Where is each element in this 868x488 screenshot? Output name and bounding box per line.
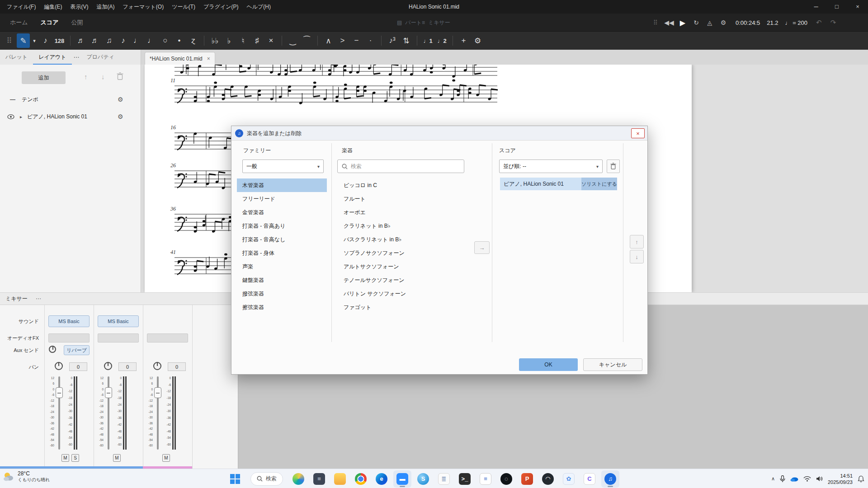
- metronome-icon[interactable]: ◬: [704, 19, 715, 26]
- tempo-settings-gear-icon[interactable]: ⚙: [118, 96, 123, 103]
- score-instrument-item[interactable]: ピアノ, HALion Sonic 01 ソリストにする: [500, 178, 617, 190]
- reverb-button[interactable]: リバーブ: [64, 345, 90, 355]
- audiofx-slot-ch3[interactable]: [147, 333, 188, 343]
- move-instrument-down-button[interactable]: ↓: [630, 250, 644, 263]
- note-64th-icon[interactable]: ♬: [75, 33, 88, 48]
- family-list-item[interactable]: 打楽器 - 身体: [237, 246, 327, 260]
- note-cursor-icon[interactable]: ♪: [39, 33, 52, 48]
- instrument-list-item[interactable]: フルート: [337, 192, 486, 206]
- notepad-icon[interactable]: ≡: [310, 470, 328, 488]
- taskbar-search-box[interactable]: 検索: [250, 472, 283, 486]
- loop-playback-icon[interactable]: ↻: [691, 19, 702, 26]
- visibility-eye-icon[interactable]: [7, 114, 14, 119]
- menu-item[interactable]: プラグイン(P): [199, 0, 242, 14]
- tenuto-icon[interactable]: −: [350, 33, 363, 48]
- remove-instrument-trash-button[interactable]: [607, 160, 620, 173]
- parts-button[interactable]: ▤ パート: [397, 19, 422, 27]
- mute-button-ch3[interactable]: M: [162, 454, 170, 462]
- note-32nd-icon[interactable]: ♬: [89, 33, 102, 48]
- menu-item[interactable]: ヘルプ(H): [242, 0, 275, 14]
- clock-widget[interactable]: 14:51 2025/09/23: [828, 473, 853, 485]
- instrument-list-item[interactable]: バリトン サクソフォーン: [337, 287, 486, 300]
- fader-handle[interactable]: [56, 387, 63, 398]
- instrument-list-item[interactable]: バスクラリネット in B♭: [337, 233, 486, 246]
- aux-send-knob[interactable]: [49, 346, 56, 353]
- tab-palette[interactable]: パレット: [0, 50, 33, 65]
- playback-settings-icon[interactable]: ⚙: [718, 19, 729, 26]
- play-icon[interactable]: ▶: [677, 19, 688, 27]
- staccato-icon[interactable]: ·: [364, 33, 377, 48]
- tab-publish[interactable]: 公開: [65, 19, 90, 27]
- skype-icon[interactable]: S: [414, 470, 432, 488]
- weather-widget[interactable]: 28°C くもりのち晴れ: [3, 470, 50, 483]
- menu-item[interactable]: ツール(T): [168, 0, 199, 14]
- toolbar-settings-icon[interactable]: ⚙: [471, 33, 484, 48]
- notification-bell-icon[interactable]: [858, 475, 864, 483]
- pan-knob-ch2[interactable]: [104, 362, 112, 370]
- microphone-icon[interactable]: [780, 475, 785, 483]
- family-list-item[interactable]: 打楽器 - 音高あり: [237, 219, 327, 233]
- move-instrument-up-button[interactable]: ↑: [630, 235, 644, 249]
- slur-icon[interactable]: ⁀: [300, 33, 313, 48]
- close-button[interactable]: ×: [847, 0, 868, 14]
- pan-value-ch3[interactable]: 0: [168, 362, 186, 371]
- file-explorer-icon[interactable]: [331, 470, 349, 488]
- obs-icon[interactable]: ◌: [497, 470, 515, 488]
- delete-trash-icon[interactable]: [117, 72, 123, 80]
- chrome-icon[interactable]: [352, 470, 370, 488]
- audiofx-slot-ch2[interactable]: [98, 333, 139, 343]
- instrument-list-item[interactable]: ピッコロ in C: [337, 178, 486, 192]
- duration-128-label[interactable]: 128: [53, 33, 66, 48]
- instrument-search-box[interactable]: [337, 160, 464, 173]
- double-flat-icon[interactable]: ♭♭: [208, 33, 222, 48]
- double-sharp-icon[interactable]: ×: [264, 33, 278, 48]
- expand-caret-icon[interactable]: ▸: [20, 114, 22, 119]
- menu-item[interactable]: フォーマット(O): [118, 0, 168, 14]
- list-item-tempo[interactable]: — テンポ ⚙: [0, 93, 141, 106]
- instrument-list-item[interactable]: テノールサクソフォーン: [337, 273, 486, 287]
- sharp-icon[interactable]: ♯: [250, 33, 264, 48]
- half-note-icon[interactable]: ♩: [145, 33, 158, 48]
- mute-button-ch1[interactable]: M: [61, 454, 69, 462]
- sound-button-ch2[interactable]: MS Basic: [98, 315, 139, 327]
- rewind-icon[interactable]: ◀◀: [664, 19, 675, 26]
- family-list-item[interactable]: 撥弦楽器: [237, 287, 327, 300]
- make-soloist-button[interactable]: ソリストにする: [581, 178, 617, 190]
- sort-order-dropdown[interactable]: 並び順: -- ▾: [499, 160, 603, 173]
- menu-item[interactable]: ファイル(F): [3, 0, 40, 14]
- instrument-list-item[interactable]: アルトサクソフォーン: [337, 260, 486, 273]
- fader-handle[interactable]: [105, 387, 112, 398]
- flat-icon[interactable]: ♭: [222, 33, 236, 48]
- family-list-item[interactable]: 木管楽器: [237, 178, 327, 192]
- sticky-notes-icon[interactable]: ≣: [435, 470, 453, 488]
- wifi-icon[interactable]: [803, 476, 811, 482]
- menu-item[interactable]: 追加(A): [92, 0, 118, 14]
- speaker-icon[interactable]: [816, 476, 823, 482]
- zoom-icon[interactable]: ▬: [393, 470, 411, 488]
- document-tab-close-icon[interactable]: ×: [207, 56, 210, 62]
- note-16th-icon[interactable]: ♫: [103, 33, 116, 48]
- tab-home[interactable]: ホーム: [4, 19, 34, 27]
- instrument-settings-gear-icon[interactable]: ⚙: [118, 113, 123, 120]
- dialog-close-button[interactable]: ×: [631, 128, 645, 138]
- move-down-icon[interactable]: ↓: [101, 73, 105, 80]
- mixer-button[interactable]: ≡ ミキサー: [422, 19, 450, 27]
- document-tab[interactable]: *HALion Sonic 01.mid ×: [145, 52, 215, 65]
- mute-button-ch2[interactable]: M: [113, 454, 121, 462]
- natural-icon[interactable]: ♮: [236, 33, 250, 48]
- family-list-item[interactable]: 鍵盤楽器: [237, 273, 327, 287]
- pan-value-ch1[interactable]: 0: [69, 362, 87, 371]
- powerpoint-icon[interactable]: P: [518, 470, 536, 488]
- instrument-list-item[interactable]: ソプラノサクソフォーン: [337, 246, 486, 260]
- rest-icon[interactable]: ɀ: [187, 33, 200, 48]
- mixer-more-icon[interactable]: ⋯: [36, 296, 41, 302]
- family-dropdown[interactable]: 一般 ▾: [242, 160, 324, 173]
- ok-button[interactable]: OK: [519, 358, 578, 371]
- playback-drag-handle-icon[interactable]: ⠿: [650, 19, 661, 26]
- hidden-icons-chevron[interactable]: ∧: [771, 476, 775, 482]
- family-list-item[interactable]: 声楽: [237, 260, 327, 273]
- tie-icon[interactable]: ‿: [286, 33, 299, 48]
- tuplet-icon[interactable]: ♪³: [386, 33, 399, 48]
- augmentation-dot-icon[interactable]: •: [173, 33, 186, 48]
- cancel-button[interactable]: キャンセル: [583, 358, 642, 371]
